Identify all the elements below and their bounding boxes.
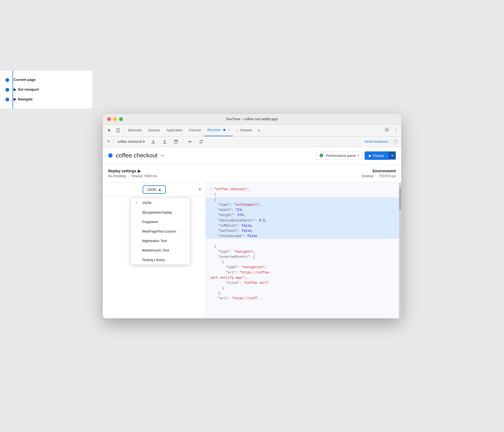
traffic-lights xyxy=(107,117,123,121)
tab-recorder-close[interactable]: × xyxy=(228,128,229,132)
tab-bar-right: ⋮ xyxy=(383,126,399,134)
dropdown-nightwatch-label: Nightwatch Test xyxy=(142,239,167,243)
timeout-value: Timeout: 5000 ms xyxy=(131,174,157,178)
devtools-window: DevTools - coffee-cart.netlify.app/ Elem… xyxy=(103,114,401,318)
perf-icon xyxy=(320,154,323,157)
dropdown-puppeteer-replay-label: @puppeteer/replay xyxy=(142,210,172,214)
env-type: Desktop xyxy=(362,174,374,178)
scrollbar-thumb[interactable] xyxy=(399,188,401,210)
send-feedback-link[interactable]: Send feedback xyxy=(364,139,388,144)
settings-details: No throttling | Timeout: 5000 ms xyxy=(108,174,157,178)
replay-caret-button[interactable]: ▾ xyxy=(388,151,396,160)
recording-status-dot xyxy=(108,153,113,158)
settings-area: Replay settings ▶ No throttling | Timeou… xyxy=(103,164,401,183)
throttle-value: No throttling xyxy=(108,174,126,178)
tab-application[interactable]: Application xyxy=(163,124,186,136)
replay-button-group: ▶ Replay ▾ xyxy=(365,151,396,160)
recording-actions: Performance panel ▾ ▶ Replay ▾ xyxy=(316,151,396,160)
dropdown-webpagetest-label: WebPageTest custom xyxy=(142,229,176,233)
svg-point-3 xyxy=(386,129,388,131)
main-content: JSON ▲ × ✓ JSON @puppeteer/replay xyxy=(103,183,401,318)
delete-button[interactable] xyxy=(171,138,181,145)
dropdown-json[interactable]: ✓ JSON xyxy=(131,198,190,208)
toolbar-separator-2 xyxy=(183,139,183,144)
dropdown-webdriverio-label: WebdriverIO Test xyxy=(142,248,169,252)
maximize-button[interactable] xyxy=(119,117,123,121)
dropdown-json-label: JSON xyxy=(142,201,152,205)
svg-point-1 xyxy=(118,131,118,132)
add-recording-button[interactable]: + xyxy=(106,139,111,144)
tab-sources[interactable]: Sources xyxy=(145,124,163,136)
toolbar-right: Send feedback ? xyxy=(364,139,398,144)
devtools-chrome: Elements Sources Application Console Rec… xyxy=(103,125,401,318)
svg-rect-5 xyxy=(189,141,189,142)
tab-recorder[interactable]: Recorder × xyxy=(204,124,233,136)
step-play-button[interactable] xyxy=(185,138,194,145)
recording-title: coffee checkout xyxy=(116,152,158,159)
format-dropdown-menu: ✓ JSON @puppeteer/replay Puppeteer WebPa… xyxy=(130,198,190,265)
dropdown-puppeteer[interactable]: Puppeteer xyxy=(131,217,190,227)
close-json-panel-button[interactable]: × xyxy=(198,187,201,192)
title-bar: DevTools - coffee-cart.netlify.app/ xyxy=(103,114,401,125)
mobile-icon[interactable] xyxy=(114,128,122,132)
warning-icon: ⚠ xyxy=(236,128,239,132)
dropdown-webpagetest[interactable]: WebPageTest custom xyxy=(131,227,190,236)
dropdown-webdriverio[interactable]: WebdriverIO Test xyxy=(131,246,190,255)
dropdown-puppeteer-replay[interactable]: @puppeteer/replay xyxy=(131,208,190,217)
svg-rect-4 xyxy=(175,141,177,143)
settings-icon[interactable] xyxy=(383,126,390,134)
format-selector-bar: JSON ▲ × xyxy=(103,183,206,197)
recording-selector[interactable]: coffee checkout ▾ xyxy=(116,138,147,145)
environment-value: Desktop | 723×574 px xyxy=(362,174,396,178)
dropdown-puppeteer-label: Puppeteer xyxy=(142,220,158,224)
replay-label: Replay xyxy=(373,154,384,158)
recording-header: coffee checkout ✏ Performance panel ▾ ▶ … xyxy=(103,147,401,164)
format-label: JSON xyxy=(147,188,157,192)
check-icon: ✓ xyxy=(135,201,139,205)
tab-separator xyxy=(123,127,124,134)
settings-right: Environment Desktop | 723×574 px xyxy=(362,169,396,178)
dropdown-testing-library-label: Testing Library xyxy=(142,258,165,262)
json-code-content: : "coffee checkout", : [ { "type": "setV… xyxy=(210,187,397,301)
tab-elements[interactable]: Elements xyxy=(125,124,145,136)
performance-panel-button[interactable]: Performance panel ▾ xyxy=(316,152,362,160)
toolbar-right-separator xyxy=(390,139,390,144)
more-tabs-button[interactable]: » xyxy=(256,128,262,133)
cursor-icon[interactable] xyxy=(105,128,114,132)
recording-name: coffee checkout xyxy=(117,139,142,144)
import-button[interactable] xyxy=(160,138,169,145)
format-dropdown-button[interactable]: JSON ▲ xyxy=(143,185,166,194)
edit-title-icon[interactable]: ✏ xyxy=(161,153,164,158)
tab-bar: Elements Sources Application Console Rec… xyxy=(103,125,401,136)
close-button[interactable] xyxy=(107,117,111,121)
minimize-button[interactable] xyxy=(113,117,117,121)
play-icon: ▶ xyxy=(369,154,372,158)
svg-point-2 xyxy=(223,129,225,131)
export-button[interactable] xyxy=(149,138,158,145)
performance-panel-label: Performance panel xyxy=(326,154,356,158)
help-icon[interactable]: ? xyxy=(393,139,398,144)
loop-button[interactable] xyxy=(197,138,206,145)
replay-settings-toggle[interactable]: Replay settings ▶ xyxy=(108,169,157,173)
settings-expand-icon: ▶ xyxy=(138,169,141,173)
environment-label: Environment xyxy=(362,169,396,173)
replay-main-button[interactable]: ▶ Replay xyxy=(365,151,388,160)
more-options-icon[interactable]: ⋮ xyxy=(393,127,399,134)
dropdown-nightwatch[interactable]: Nightwatch Test xyxy=(131,236,190,246)
scrollbar[interactable] xyxy=(399,183,401,318)
settings-left: Replay settings ▶ No throttling | Timeou… xyxy=(108,169,157,178)
chevron-down-icon: ▾ xyxy=(143,139,145,144)
perf-caret-icon: ▾ xyxy=(358,154,359,157)
tab-console[interactable]: Console xyxy=(186,124,204,136)
json-code-panel: : "coffee checkout", : [ { "type": "setV… xyxy=(206,183,401,318)
replay-settings-label: Replay settings xyxy=(108,169,136,173)
toolbar: + coffee checkout ▾ Send f xyxy=(103,136,401,147)
tab-network[interactable]: ⚠ Network xyxy=(233,124,256,136)
dropdown-arrow-icon: ▲ xyxy=(158,188,161,192)
dropdown-testing-library[interactable]: Testing Library xyxy=(131,255,190,265)
window-title: DevTools - coffee-cart.netlify.app/ xyxy=(226,117,278,121)
env-size: 723×574 px xyxy=(379,174,396,178)
steps-panel: JSON ▲ × ✓ JSON @puppeteer/replay xyxy=(103,183,206,318)
toolbar-separator-1 xyxy=(113,139,114,144)
